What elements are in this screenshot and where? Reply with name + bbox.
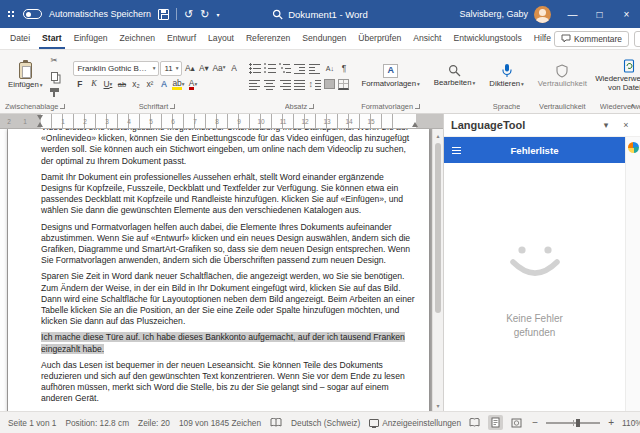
horizontal-ruler[interactable]: 21123456789101112131415 [0,114,443,129]
read-mode-button[interactable] [467,415,482,430]
zoom-slider[interactable] [546,422,600,424]
strikethrough-button[interactable]: ab [115,78,128,92]
font-name-combo[interactable]: Franklin Gothic Book▾ [73,61,159,76]
scroll-up-arrow[interactable]: ▴ [433,129,443,141]
underline-button[interactable]: U▾ [101,78,114,92]
format-painter-button[interactable] [48,85,61,99]
multilevel-list-button[interactable] [278,61,292,75]
languagetool-logo-icon[interactable] [628,142,639,153]
paste-button[interactable]: Einfügen▾ [5,61,46,91]
spellcheck-status[interactable] [270,418,282,427]
panel-options-chevron[interactable]: ▾ [599,120,613,130]
document-paragraph[interactable]: Damit Ihr Dokument ein professionelles A… [41,172,416,217]
dialog-launcher-icon[interactable] [309,104,314,109]
ribbon-tab[interactable]: Datei [7,28,33,49]
ribbon-tab[interactable]: Ansicht [410,28,444,49]
minimize-button[interactable]: — [559,0,586,28]
ribbon-tab[interactable]: Referenzen [243,28,293,49]
ribbon-tab[interactable]: Entwurf [164,28,199,49]
show-paragraph-marks-button[interactable]: ¶ [337,61,350,75]
font-size-combo[interactable]: 11▾ [160,61,182,76]
justify-button[interactable] [293,77,307,91]
clear-formatting-button[interactable]: A [227,61,240,75]
left-indent-marker[interactable] [37,122,43,127]
document-paragraph[interactable]: Sparen Sie Zeit in Word dank neuer Schal… [41,271,416,327]
ribbon-tab[interactable]: Entwicklungstools [451,28,525,49]
quick-access-chevron[interactable]: ▾ [217,11,220,18]
comments-button[interactable]: Kommentare [554,31,629,47]
zoom-slider-thumb[interactable] [576,419,580,427]
document-page[interactable]: Video bietet eine leistungsstarke Möglic… [8,129,429,411]
dialog-launcher-icon[interactable] [170,104,175,109]
ribbon-tab[interactable]: Zeichnen [117,28,158,49]
cut-button[interactable]: ✂ [48,53,61,67]
sensitivity-button[interactable]: Vertraulichkeit [535,63,590,90]
grow-font-button[interactable]: A▴ [183,61,196,75]
line-spacing-button[interactable] [308,77,322,91]
right-indent-marker[interactable] [412,122,418,127]
font-color-button[interactable]: A▾ [187,78,200,92]
display-settings-button[interactable]: Anzeigeeinstellungen [369,418,461,428]
ribbon-tab[interactable]: Layout [205,28,237,49]
user-name[interactable]: Salvisberg, Gaby [459,9,528,19]
document-paragraph[interactable]: Auch das Lesen ist bequemer in der neuen… [41,360,416,405]
align-right-button[interactable] [278,77,292,91]
subscript-button[interactable]: x₂ [129,78,142,92]
document-paragraph[interactable]: Designs und Formatvorlagen helfen auch d… [41,222,416,267]
decrease-indent-button[interactable] [293,61,307,75]
bullets-button[interactable] [248,61,262,75]
ribbon-tab[interactable]: Sendungen [299,28,349,49]
language-indicator[interactable]: Deutsch (Schweiz) [291,418,360,428]
print-layout-button[interactable] [488,415,503,430]
zoom-level[interactable]: 110% [622,418,640,428]
italic-button[interactable]: K [87,78,100,92]
increase-indent-button[interactable] [308,61,322,75]
page-indicator[interactable]: Seite 1 von 1 [8,418,56,428]
document-paragraph[interactable]: Ich mache diese Türe auf. Ich habe diese… [41,332,416,354]
vertical-scrollbar[interactable]: ▴ ▾ [432,129,443,411]
first-line-indent-marker[interactable] [37,115,43,120]
search-box[interactable]: Dokument1 - Word [272,9,368,20]
ribbon-tab[interactable]: Start [39,28,65,49]
scrollbar-thumb[interactable] [435,143,441,313]
editing-button[interactable]: Bearbeiten▾ [431,63,478,89]
bold-button[interactable]: F [73,78,86,92]
shading-button[interactable] [323,77,336,91]
change-case-button[interactable]: Aa▾ [211,61,226,75]
ribbon-tab[interactable]: Hilfe [531,28,554,49]
app-launcher-icon[interactable] [7,10,16,19]
numbering-button[interactable] [263,61,277,75]
editing-mode-button[interactable]: ✎ Bearbeitung ▾ [634,31,640,47]
zoom-in-button[interactable]: + [606,417,616,428]
text-effects-button[interactable]: A [157,78,170,92]
redo-button[interactable]: ↻ [200,9,209,20]
highlight-color-button[interactable]: ab▾ [171,78,185,92]
autosave-toggle[interactable] [23,9,42,19]
undo-button[interactable]: ↺ [184,9,193,20]
align-left-button[interactable] [248,77,262,91]
sort-button[interactable]: A↓ [323,61,336,75]
panel-close-button[interactable]: × [619,120,633,130]
web-layout-button[interactable] [509,415,524,430]
error-list-header[interactable]: Fehlerliste [444,137,625,163]
scroll-down-arrow[interactable]: ▾ [433,399,443,411]
ribbon-tab[interactable]: Einfügen [71,28,111,49]
save-button[interactable] [158,9,169,20]
dialog-launcher-icon[interactable] [415,104,420,109]
collapse-ribbon-button[interactable]: ∧ [630,102,635,110]
zoom-out-button[interactable]: − [530,417,540,428]
styles-button[interactable]: A Formatvorlagen▾ [358,63,422,90]
dialog-launcher-icon[interactable] [60,104,65,109]
vertical-ruler[interactable] [0,129,7,411]
superscript-button[interactable]: x² [143,78,156,92]
document-paragraph[interactable]: Video bietet eine leistungsstarke Möglic… [41,129,416,167]
char-count-indicator[interactable]: 109 von 1845 Zeichen [179,418,261,428]
ribbon-tab[interactable]: Überprüfen [355,28,404,49]
borders-button[interactable] [337,77,350,91]
close-button[interactable]: × [613,0,640,28]
maximize-button[interactable]: □ [586,0,613,28]
shrink-font-button[interactable]: A▾ [197,61,210,75]
avatar[interactable] [534,6,551,23]
align-center-button[interactable] [263,77,277,91]
copy-button[interactable] [48,69,61,83]
